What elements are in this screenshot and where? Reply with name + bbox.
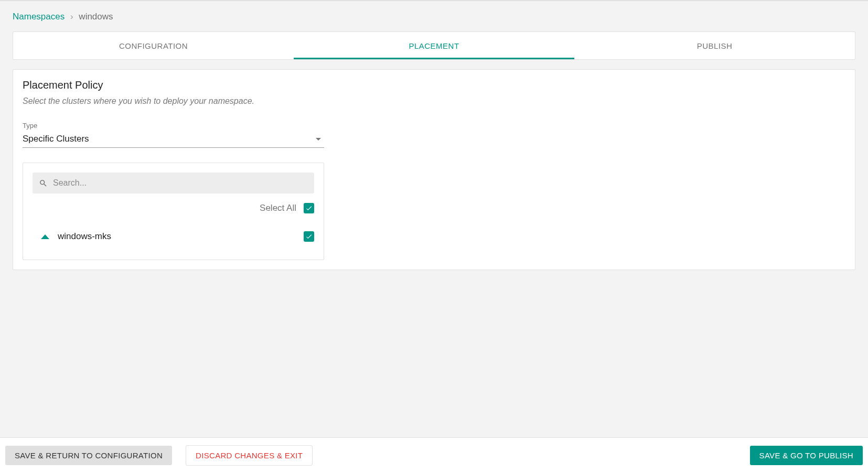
save-return-button[interactable]: SAVE & RETURN TO CONFIGURATION xyxy=(5,446,172,465)
breadcrumb-root-link[interactable]: Namespaces xyxy=(13,12,65,22)
cluster-checkbox[interactable] xyxy=(304,231,314,242)
cluster-row: windows-mks xyxy=(33,227,314,250)
expand-up-icon[interactable] xyxy=(41,234,49,239)
search-box xyxy=(33,173,314,194)
select-all-row: Select All xyxy=(33,203,314,213)
tabs: CONFIGURATION PLACEMENT PUBLISH xyxy=(13,31,855,60)
search-icon xyxy=(39,179,48,188)
tab-placement[interactable]: PLACEMENT xyxy=(294,32,574,59)
type-select-value: Specific Clusters xyxy=(23,134,89,144)
select-all-label: Select All xyxy=(260,203,296,213)
breadcrumb: Namespaces › windows xyxy=(0,0,868,31)
cluster-name: windows-mks xyxy=(58,231,304,242)
breadcrumb-separator: › xyxy=(70,12,73,22)
type-label: Type xyxy=(23,122,845,130)
tab-publish[interactable]: PUBLISH xyxy=(574,32,855,59)
placement-card: Placement Policy Select the clusters whe… xyxy=(13,69,855,270)
type-select[interactable]: Specific Clusters xyxy=(23,132,324,148)
breadcrumb-current: windows xyxy=(79,12,113,22)
select-all-checkbox[interactable] xyxy=(304,203,314,213)
footer-bar: SAVE & RETURN TO CONFIGURATION DISCARD C… xyxy=(0,437,868,473)
search-input[interactable] xyxy=(53,178,308,188)
tab-configuration[interactable]: CONFIGURATION xyxy=(13,32,294,59)
cluster-panel: Select All windows-mks xyxy=(23,163,324,260)
page-subtitle: Select the clusters where you wish to de… xyxy=(23,96,845,106)
caret-down-icon xyxy=(316,138,321,141)
save-publish-button[interactable]: SAVE & GO TO PUBLISH xyxy=(750,446,863,465)
discard-button[interactable]: DISCARD CHANGES & EXIT xyxy=(186,445,313,466)
page-title: Placement Policy xyxy=(23,79,845,91)
